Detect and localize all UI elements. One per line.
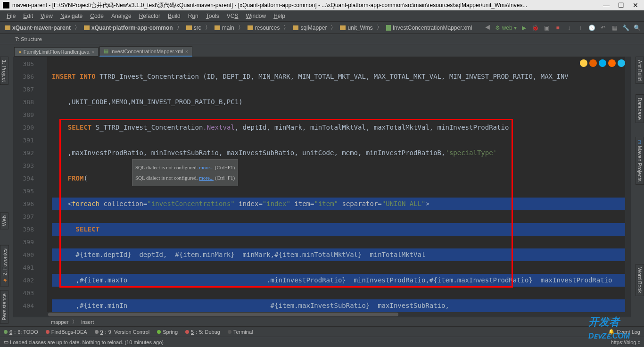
- crumb[interactable]: insert: [81, 319, 94, 325]
- crumb[interactable]: xQuant-platform-app-common: [82, 25, 175, 31]
- line-number: 402: [13, 274, 34, 287]
- breadcrumb: xQuant-maven-parent〉 xQuant-platform-app…: [3, 24, 484, 32]
- firefox-icon[interactable]: [589, 59, 597, 67]
- bottom-breadcrumb: mapper 〉 insert: [13, 317, 631, 326]
- sidebar-database[interactable]: Database: [636, 94, 644, 123]
- ie-icon[interactable]: [618, 59, 625, 67]
- line-number: 398: [13, 223, 34, 236]
- horizontal-scrollbar[interactable]: [47, 312, 631, 317]
- tw-findbugs[interactable]: FindBugs-IDEA: [46, 329, 87, 335]
- line-number: 388: [13, 96, 34, 108]
- crumb[interactable]: mapper: [51, 319, 68, 325]
- line-number: 403: [13, 287, 34, 299]
- app-icon: [3, 2, 9, 8]
- run-button[interactable]: ▶: [520, 24, 528, 32]
- back-button[interactable]: ⯇: [484, 24, 492, 32]
- crumb[interactable]: InvestConcentrationMapper.xml: [384, 25, 474, 31]
- line-number: 394: [13, 172, 34, 185]
- sidebar-project[interactable]: 1: Project: [0, 57, 8, 85]
- crumb[interactable]: main: [213, 25, 236, 31]
- close-icon[interactable]: ×: [91, 49, 94, 55]
- menu-analyze[interactable]: Analyze: [107, 13, 135, 19]
- line-number: 391: [13, 134, 34, 147]
- menu-window[interactable]: Window: [242, 13, 270, 19]
- debug-button[interactable]: 🐞: [531, 24, 539, 32]
- error-stripe[interactable]: [625, 57, 631, 317]
- crumb[interactable]: src: [184, 25, 203, 31]
- sidebar-web[interactable]: Web: [0, 212, 8, 229]
- tw-debug[interactable]: 5: 5: Debug: [185, 329, 220, 335]
- code-area[interactable]: INSERT INTO TTRD_Invest_Concentration (I…: [47, 57, 631, 317]
- menu-build[interactable]: Build: [164, 13, 184, 19]
- inspection-tooltip[interactable]: SQL dialect is not configured. more... (…: [132, 170, 238, 186]
- tw-todo[interactable]: 6: 6: TODO: [4, 329, 38, 335]
- vcs-update-button[interactable]: ↓: [565, 24, 573, 32]
- run-config-selector[interactable]: ⚙ web ▾: [495, 25, 517, 31]
- history-button[interactable]: 🕓: [587, 24, 596, 32]
- fold-column[interactable]: [38, 57, 47, 317]
- crumb[interactable]: xQuant-maven-parent: [3, 25, 73, 31]
- menu-view[interactable]: View: [37, 13, 57, 19]
- structure-tab-bar[interactable]: 7: Structure: [0, 34, 644, 44]
- tw-eventlog[interactable]: 🔔 Event Log: [608, 329, 640, 335]
- settings-button[interactable]: 🔧: [621, 24, 630, 32]
- tw-vcs[interactable]: 9: 9: Version Control: [95, 329, 150, 335]
- folder-icon: [84, 25, 90, 30]
- tw-terminal[interactable]: Terminal: [228, 329, 253, 335]
- tab-file-active[interactable]: ▦InvestConcentrationMapper.xml×: [99, 46, 192, 57]
- close-button[interactable]: ✕: [633, 1, 638, 9]
- menu-edit[interactable]: Edit: [19, 13, 37, 19]
- editor[interactable]: 385 386 387 388 389 390 391 392 393 394 …: [13, 57, 631, 317]
- menu-refactor[interactable]: Refactor: [135, 13, 164, 19]
- line-number: 390: [13, 121, 34, 134]
- toolbar-right: ⯇ ⚙ web ▾ ▶ 🐞 ▣ ■ ↓ ↑ 🕓 ↶ ▦ 🔧 🔍: [484, 24, 641, 32]
- status-icon: ▭: [4, 339, 8, 345]
- project-structure-button[interactable]: ▦: [610, 24, 619, 32]
- editor-tabs: ●FamilyLimitFlowHandler.java× ▦InvestCon…: [0, 44, 644, 57]
- file-icon: [386, 25, 391, 31]
- crumb[interactable]: unit_Wms: [338, 25, 374, 31]
- folder-icon: [186, 25, 192, 30]
- menu-vcs[interactable]: VCS: [223, 13, 242, 19]
- menu-run[interactable]: Run: [184, 13, 202, 19]
- opera-icon[interactable]: [608, 59, 616, 67]
- safari-icon[interactable]: [599, 59, 606, 67]
- tw-spring[interactable]: Spring: [157, 329, 178, 335]
- run-dashboard-button[interactable]: ▣: [542, 24, 551, 32]
- menu-help[interactable]: Help: [270, 13, 289, 19]
- sidebar-ant[interactable]: Ant Build: [636, 57, 644, 84]
- line-number: 389: [13, 108, 34, 121]
- line-number: 386: [13, 70, 34, 83]
- crumb[interactable]: resources: [246, 25, 282, 31]
- more-link[interactable]: more...: [199, 175, 214, 181]
- tab-file[interactable]: ●FamilyLimitFlowHandler.java×: [14, 47, 99, 57]
- line-number: 395: [13, 185, 34, 198]
- search-everywhere-button[interactable]: 🔍: [633, 24, 641, 32]
- vcs-commit-button[interactable]: ↑: [576, 24, 585, 32]
- folder-icon: [293, 25, 298, 30]
- menu-navigate[interactable]: Navigate: [57, 13, 86, 19]
- sidebar-maven[interactable]: m Maven Projects: [636, 137, 644, 185]
- folder-icon: [5, 25, 10, 30]
- close-icon[interactable]: ×: [185, 49, 188, 54]
- maximize-button[interactable]: ☐: [618, 1, 624, 9]
- stop-button[interactable]: ■: [553, 24, 562, 32]
- sidebar-favorites[interactable]: ★ 2: Favorites: [0, 245, 9, 287]
- menu-file[interactable]: File: [3, 13, 19, 19]
- structure-label: 7: Structure: [15, 36, 42, 42]
- nav-bar: xQuant-maven-parent〉 xQuant-platform-app…: [0, 22, 644, 34]
- menu-code[interactable]: Code: [86, 13, 107, 19]
- open-in-browser-icons: [580, 59, 625, 67]
- sidebar-wordbook[interactable]: Word Book: [636, 264, 644, 296]
- menu-bar: File Edit View Navigate Code Analyze Ref…: [0, 10, 644, 22]
- revert-button[interactable]: ↶: [599, 24, 607, 32]
- minimize-button[interactable]: —: [603, 1, 610, 9]
- line-number: 393: [13, 159, 34, 172]
- status-message: Loaded classes are up to date. Nothing t…: [10, 339, 164, 345]
- menu-tools[interactable]: Tools: [202, 13, 223, 19]
- crumb[interactable]: sqlMapper: [291, 25, 329, 31]
- sidebar-persistence[interactable]: Persistence: [0, 290, 8, 323]
- folder-icon: [340, 25, 346, 30]
- window-controls: — ☐ ✕: [603, 1, 641, 9]
- chrome-icon[interactable]: [580, 59, 587, 67]
